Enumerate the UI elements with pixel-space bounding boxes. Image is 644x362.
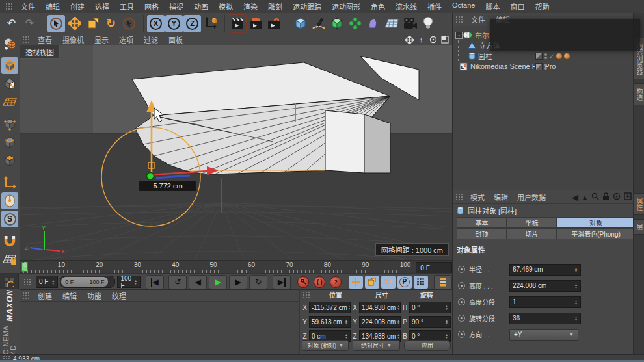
timeline-ruler[interactable]: 0102030405060708090100 [20,261,416,274]
tab-attributes[interactable]: 属性 [633,193,644,215]
add-camera-button[interactable] [401,15,418,32]
menu-item[interactable]: 工具 [114,1,139,12]
height-segments-input[interactable]: 1▲▼ [509,296,581,308]
material-tag-icon[interactable] [564,53,570,59]
menu-item[interactable]: Octane [447,1,480,12]
add-mograph-button[interactable] [346,15,364,32]
object-row-scene-rig[interactable]: L0 Nikomedias Scene Rig Pro [453,61,634,71]
history-forward-icon[interactable]: ▲ [582,194,588,201]
menu-item[interactable]: 创建 [65,1,90,12]
enabled-check-icon[interactable]: ✓ [549,53,554,60]
move-tool[interactable] [66,15,83,32]
height-input[interactable]: 224.008 cm▲▼ [509,280,581,292]
add-primitive-cube-button[interactable] [291,15,309,32]
tab-phong[interactable]: 平滑着色(Phong) [557,228,635,239]
texture-mode-button[interactable] [1,75,18,92]
size-mode-dropdown[interactable]: 绝对尺寸▼ [353,340,399,351]
collapse-icon[interactable]: - [455,32,463,39]
enable-axis-button[interactable] [1,174,18,191]
add-spline-pen-button[interactable] [310,15,327,32]
tab-caps[interactable]: 封顶 [457,228,507,239]
record-parameter-button[interactable]: P [397,276,412,289]
material-tag-icon[interactable] [556,53,562,59]
tab-coordinates[interactable]: 坐标 [507,217,557,228]
layer-tag-icon[interactable] [535,63,543,70]
attribute-menu-item[interactable]: 模式 [466,192,489,202]
viewport-menu-item[interactable]: 过滤 [139,34,163,45]
previous-frame-button[interactable]: ◀ [189,275,207,289]
render-settings-button[interactable] [265,15,282,32]
coord-mode-dropdown[interactable]: 对象 (相对)▼ [302,340,349,351]
viewport-solo-button[interactable] [1,192,18,209]
material-menu-item[interactable]: 功能 [82,291,107,301]
panel-grip[interactable] [455,193,463,201]
edges-mode-button[interactable] [1,134,18,151]
record-position-button[interactable] [349,276,363,289]
render-view-button[interactable] [228,15,246,32]
rotation-segments-input[interactable]: 36▲▼ [509,313,581,324]
menu-item[interactable]: 角色 [366,1,390,12]
animation-dot-icon[interactable] [458,266,465,273]
radius-input[interactable]: 67.469 cm▲▼ [509,264,581,276]
undo-button[interactable]: ↶ [3,15,20,32]
coordinate-system-button[interactable] [202,15,219,32]
play-backwards-button[interactable]: ↺ [168,275,187,289]
menu-item[interactable]: 网格 [139,1,164,12]
menu-item[interactable]: 编辑 [40,1,65,12]
start-frame-field[interactable]: 0 F▲▼ [36,276,58,288]
tab-slice[interactable]: 切片 [507,228,557,239]
menu-item[interactable]: 模拟 [213,1,238,12]
points-mode-button[interactable] [1,116,18,133]
gizmo-origin-point[interactable] [147,173,154,180]
polygons-mode-button[interactable] [1,152,18,169]
solo-animation-button[interactable] [434,275,452,289]
goto-end-button[interactable]: ▶ [273,275,291,289]
record-pla-button[interactable] [414,276,428,289]
frame-range-slider[interactable]: 0 F100 F [60,276,115,288]
menu-item[interactable]: 文件 [16,1,40,12]
menu-item[interactable]: 渲染 [238,1,263,12]
viewport[interactable]: 5.772 cm 透视视图 网格间距 : 1000 cm Y Z X [20,45,452,260]
animation-dot-icon[interactable] [458,315,465,322]
toggle-views-icon[interactable] [440,35,449,45]
material-menu-item[interactable]: 纹理 [107,291,131,301]
menu-item[interactable]: 插件 [422,1,447,12]
last-used-tool[interactable] [120,15,138,32]
visibility-dots-icon[interactable] [544,64,547,70]
add-environment-button[interactable] [382,15,400,32]
add-light-button[interactable] [419,15,436,32]
add-generator-button[interactable] [328,15,345,32]
attribute-menu-item[interactable]: 用户数据 [513,192,550,202]
keyframe-selection-button[interactable]: ? [329,276,343,289]
history-back-icon[interactable]: ◀ [572,192,578,202]
lock-z-axis-button[interactable]: Z [183,15,201,32]
menu-item[interactable]: 捕捉 [164,1,189,12]
menu-item[interactable]: 脚本 [480,1,505,12]
goto-start-button[interactable]: ◀ [146,275,164,289]
tab-basic[interactable]: 基本 [457,217,507,228]
menu-item[interactable]: 动画 [189,1,213,12]
record-keyframe-button[interactable] [296,276,310,289]
current-frame-field[interactable]: 0 F [416,262,452,274]
record-scale-button[interactable] [365,276,379,289]
next-frame-button[interactable]: ▶ [229,275,247,289]
viewport-menu-item[interactable]: 查看 [33,34,57,45]
position-y-field[interactable]: 59.613 cm▲▼ [309,316,351,328]
workplane-mode-button[interactable] [1,94,18,110]
visibility-dots-icon[interactable] [544,53,547,59]
orientation-dropdown[interactable]: +Y▼ [509,329,578,341]
position-x-field[interactable]: -115.372 cm▲▼ [309,302,351,313]
add-deformer-button[interactable] [364,15,382,32]
layer-tag-icon[interactable] [535,53,543,60]
material-list-empty[interactable] [20,302,299,355]
viewport-menu-item[interactable]: 选项 [114,34,139,45]
panel-grip[interactable] [455,16,463,23]
attribute-menu-item[interactable]: 编辑 [489,192,513,202]
record-rotation-button[interactable]: ↻ [381,276,396,289]
object-manager-menu-item[interactable]: 文件 [466,14,490,25]
viewport-menu-item[interactable]: 显示 [89,34,114,45]
live-selection-tool[interactable] [47,15,65,32]
panel-grip[interactable] [302,291,310,299]
render-to-picture-viewer-button[interactable] [247,15,264,32]
menu-item[interactable]: 流水线 [390,1,422,12]
